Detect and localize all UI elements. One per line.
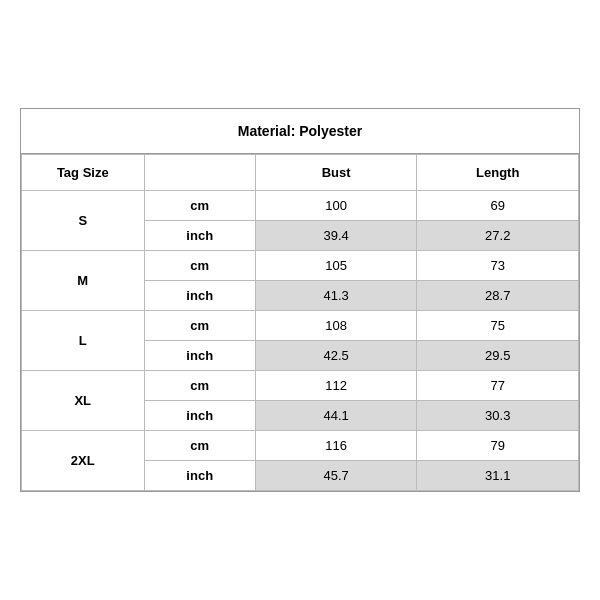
- length-cm-cell: 77: [417, 371, 579, 401]
- bust-cm-cell: 116: [255, 431, 417, 461]
- table-header-row: Tag Size Bust Length: [22, 155, 579, 191]
- table-row: Lcm10875: [22, 311, 579, 341]
- length-inch-cell: 27.2: [417, 221, 579, 251]
- table-row: Scm10069: [22, 191, 579, 221]
- table-row: Mcm10573: [22, 251, 579, 281]
- bust-inch-cell: 44.1: [255, 401, 417, 431]
- length-cm-cell: 79: [417, 431, 579, 461]
- length-cm-cell: 73: [417, 251, 579, 281]
- unit-inch-cell: inch: [144, 401, 255, 431]
- col-header-bust: Bust: [255, 155, 417, 191]
- bust-inch-cell: 39.4: [255, 221, 417, 251]
- unit-cm-cell: cm: [144, 431, 255, 461]
- tag-size-cell: S: [22, 191, 145, 251]
- bust-inch-cell: 42.5: [255, 341, 417, 371]
- unit-cm-cell: cm: [144, 251, 255, 281]
- tag-size-cell: L: [22, 311, 145, 371]
- length-inch-cell: 28.7: [417, 281, 579, 311]
- tag-size-cell: XL: [22, 371, 145, 431]
- bust-cm-cell: 105: [255, 251, 417, 281]
- unit-cm-cell: cm: [144, 191, 255, 221]
- bust-cm-cell: 100: [255, 191, 417, 221]
- chart-title: Material: Polyester: [21, 109, 579, 154]
- col-header-length: Length: [417, 155, 579, 191]
- bust-cm-cell: 112: [255, 371, 417, 401]
- unit-inch-cell: inch: [144, 461, 255, 491]
- length-inch-cell: 30.3: [417, 401, 579, 431]
- tag-size-cell: M: [22, 251, 145, 311]
- unit-cm-cell: cm: [144, 371, 255, 401]
- length-inch-cell: 31.1: [417, 461, 579, 491]
- length-cm-cell: 75: [417, 311, 579, 341]
- table-row: XLcm11277: [22, 371, 579, 401]
- size-table: Tag Size Bust Length Scm10069inch39.427.…: [21, 154, 579, 491]
- col-header-unit: [144, 155, 255, 191]
- unit-inch-cell: inch: [144, 221, 255, 251]
- unit-inch-cell: inch: [144, 341, 255, 371]
- unit-cm-cell: cm: [144, 311, 255, 341]
- length-inch-cell: 29.5: [417, 341, 579, 371]
- bust-inch-cell: 41.3: [255, 281, 417, 311]
- col-header-tag-size: Tag Size: [22, 155, 145, 191]
- size-chart-container: Material: Polyester Tag Size Bust Length…: [20, 108, 580, 492]
- bust-inch-cell: 45.7: [255, 461, 417, 491]
- table-row: 2XLcm11679: [22, 431, 579, 461]
- bust-cm-cell: 108: [255, 311, 417, 341]
- length-cm-cell: 69: [417, 191, 579, 221]
- tag-size-cell: 2XL: [22, 431, 145, 491]
- unit-inch-cell: inch: [144, 281, 255, 311]
